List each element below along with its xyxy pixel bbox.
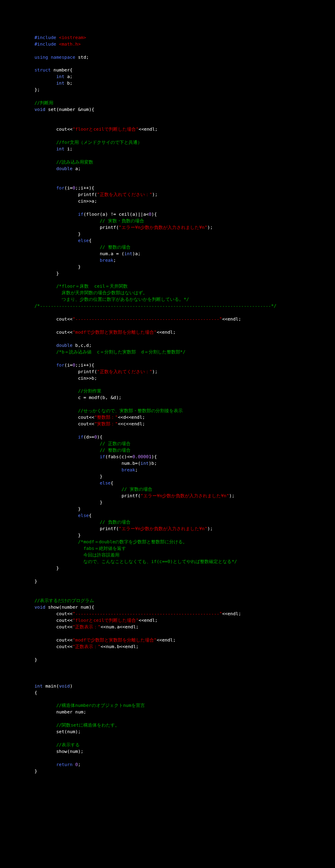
- code-line: [34, 61, 335, 67]
- code-token: );: [152, 192, 158, 197]
- code-line: [34, 427, 335, 434]
- code-token: "modfで少数部と実数部を分離した場合": [73, 637, 157, 643]
- code-token: for: [56, 185, 64, 191]
- code-line: }: [34, 231, 335, 238]
- code-token: [34, 212, 78, 217]
- code-token: [34, 159, 56, 165]
- code-line: num.b=(int)b;: [34, 460, 335, 467]
- code-line: [34, 152, 335, 159]
- code-token: [34, 245, 100, 250]
- code-token: cout<<: [34, 316, 73, 322]
- code-line: cout<<"実数部："<<c<<endl;: [34, 421, 335, 427]
- code-token: return: [56, 762, 73, 767]
- code-line: #include <iostream>: [34, 35, 335, 41]
- code-token: main(: [43, 683, 59, 689]
- code-line: [34, 630, 335, 637]
- code-line: number num;: [34, 709, 335, 716]
- code-line: [34, 696, 335, 702]
- code-line: 床数が天井関数の場合少数部はないはず。: [34, 290, 335, 296]
- code-token: <math.h>: [59, 42, 81, 47]
- code-line: /*modf＝doubleの数字を少数部と整数部に分ける。: [34, 539, 335, 545]
- code-line: [34, 323, 335, 329]
- code-token: std;: [75, 55, 89, 60]
- code-token: //分割作業: [78, 388, 101, 394]
- code-token: //表示する: [56, 742, 80, 748]
- code-token: fabs＝絶対値を返す: [34, 546, 126, 551]
- code-line: cout<<"整数部："<<d<<endl;: [34, 414, 335, 421]
- code-token: [34, 349, 56, 355]
- code-line: if(floor(a) != ceil(a)||a<0){: [34, 211, 335, 218]
- code-token: [34, 762, 56, 767]
- code-token: ;: [78, 762, 81, 767]
- code-token: int: [56, 146, 64, 152]
- code-token: {: [89, 513, 92, 518]
- code-line: // 整数の場合: [34, 447, 335, 454]
- code-line: set(num);: [34, 729, 335, 735]
- code-token: "整数部：": [94, 415, 118, 420]
- code-token: /*floor＝床数 ceil＝天井関数: [56, 284, 128, 289]
- code-token: ){: [151, 212, 157, 217]
- code-token: show(num);: [34, 749, 83, 754]
- code-line: }: [34, 264, 335, 270]
- code-token: namespace: [51, 55, 76, 60]
- code-token: つまり、少数の位置に数字があるかないかを判断している。*/: [34, 297, 189, 302]
- code-token: 0: [75, 762, 78, 767]
- code-line: //関数setに構造体をわたす。: [34, 722, 335, 729]
- code-line: なので、こんなことしなくても、if(c==0)としてやれば整数確定となる*/: [34, 559, 335, 565]
- code-token: cout<<: [34, 637, 73, 643]
- code-token: if: [78, 212, 83, 217]
- code-line: cout<<"正数表示："<<num.b<<endl;: [34, 644, 335, 650]
- code-token: }: [34, 506, 81, 512]
- code-token: c = modf(b, &d);: [34, 395, 122, 400]
- code-token: "実数部：": [94, 421, 118, 427]
- code-line: [34, 133, 335, 139]
- code-token: [56, 35, 59, 40]
- code-line: double b,c,d;: [34, 342, 335, 349]
- code-line: if(d>=0){: [34, 434, 335, 441]
- code-line: [34, 277, 335, 283]
- code-line: printf("正数を入れてください：");: [34, 192, 335, 198]
- code-token: <<endl;: [222, 611, 241, 616]
- code-line: printf("正数を入れてください：");: [34, 369, 335, 375]
- code-token: break: [122, 467, 135, 473]
- code-line: c = modf(b, &d);: [34, 395, 335, 401]
- code-token: cin>>a;: [34, 199, 97, 204]
- code-token: cout<<: [34, 624, 73, 630]
- code-token: ;: [135, 467, 138, 473]
- code-token: cout<<: [34, 644, 73, 649]
- code-token: //せっかくなので、実数部・整数部の分割後を表示: [78, 408, 183, 413]
- code-line: [34, 336, 335, 342]
- code-line: cin>>b;: [34, 375, 335, 382]
- code-token: [34, 408, 78, 413]
- code-line: [34, 585, 335, 591]
- code-token: [34, 448, 100, 453]
- code-token: )a;: [132, 251, 140, 256]
- code-line: [34, 309, 335, 316]
- code-token: num.a = (: [34, 251, 124, 256]
- code-token: [56, 42, 59, 47]
- code-line: else{: [34, 480, 335, 487]
- code-token: <<endl;: [156, 637, 175, 643]
- code-token: );: [207, 526, 213, 531]
- code-line: cout<<"floorとceilで判断した場合"<<endl;: [34, 617, 335, 624]
- code-line: fabs＝絶対値を返す: [34, 545, 335, 552]
- code-line: }: [34, 499, 335, 506]
- code-token: [48, 55, 51, 60]
- code-token: //表示するだけのプログラム: [34, 598, 94, 603]
- code-token: "エラー¥n少数か負数が入力されました¥n": [119, 526, 207, 531]
- code-line: //読み込み用変数: [34, 159, 335, 166]
- code-token: int: [56, 74, 64, 79]
- code-line: int b;: [34, 80, 335, 87]
- code-token: }: [34, 657, 37, 663]
- code-token: [34, 434, 78, 440]
- code-line: //表示する: [34, 742, 335, 748]
- code-line: [34, 650, 335, 657]
- code-token: "正数を入れてください：": [97, 369, 152, 374]
- code-token: if: [78, 434, 83, 440]
- code-token: }: [34, 533, 81, 538]
- code-line: else{: [34, 512, 335, 519]
- code-token: );: [152, 369, 158, 374]
- code-line: #include <math.h>: [34, 41, 335, 48]
- code-line: [34, 356, 335, 362]
- code-token: 今回は許容誤差用: [34, 552, 119, 558]
